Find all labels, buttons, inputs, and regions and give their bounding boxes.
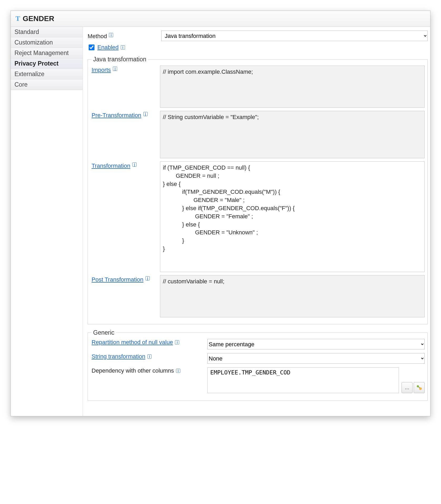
info-icon[interactable]: i	[146, 276, 150, 280]
info-icon[interactable]: i	[121, 45, 125, 50]
browse-button[interactable]: …	[402, 382, 413, 393]
string-transformation-link[interactable]: String transformation	[92, 353, 145, 360]
info-icon[interactable]: i	[176, 369, 180, 373]
dependency-label: Dependency with other columns	[92, 367, 174, 374]
string-transformation-select[interactable]: None	[207, 353, 425, 364]
sidebar: Standard Customization Reject Management…	[11, 27, 83, 416]
sidebar-item-externalize[interactable]: Externalize	[11, 69, 83, 80]
enabled-link[interactable]: Enabled	[97, 44, 119, 51]
java-transformation-group: Java transformation Imports i Pre-Transf…	[88, 56, 428, 324]
info-icon[interactable]: i	[175, 340, 179, 344]
title-bar: T GENDER	[11, 11, 430, 27]
method-label-text: Method	[88, 33, 107, 40]
post-transformation-textarea[interactable]	[160, 275, 425, 317]
sidebar-item-reject-management[interactable]: Reject Management	[11, 48, 83, 58]
post-transformation-link[interactable]: Post Transformation	[92, 276, 143, 283]
imports-textarea[interactable]	[160, 66, 425, 108]
enabled-checkbox[interactable]	[89, 45, 94, 50]
repartition-link[interactable]: Repartition method of null value	[92, 339, 173, 346]
info-icon[interactable]: i	[113, 67, 117, 71]
method-select[interactable]: Java transformation	[161, 31, 428, 41]
method-label: Method i	[88, 32, 161, 40]
page-title: GENDER	[23, 14, 54, 23]
pre-transformation-textarea[interactable]	[160, 111, 425, 158]
info-icon[interactable]: i	[132, 162, 137, 167]
transformation-link[interactable]: Transformation	[92, 162, 130, 169]
ellipsis-icon: …	[405, 385, 409, 391]
repartition-select[interactable]: Same percentage	[207, 339, 425, 349]
generic-legend: Generic	[92, 329, 116, 336]
sidebar-item-privacy-protect[interactable]: Privacy Protect	[11, 58, 83, 69]
pre-transformation-link[interactable]: Pre-Transformation	[92, 112, 141, 119]
sidebar-item-core[interactable]: Core	[11, 80, 83, 90]
text-type-icon: T	[16, 15, 20, 23]
properties-panel: T GENDER Standard Customization Reject M…	[11, 11, 430, 416]
sidebar-item-customization[interactable]: Customization	[11, 37, 83, 48]
info-icon[interactable]: i	[109, 33, 113, 37]
info-icon[interactable]: i	[147, 354, 152, 359]
generic-group: Generic Repartition method of null value…	[88, 329, 428, 401]
content-area: Method i Java transformation Enabled i J…	[83, 27, 430, 416]
imports-link[interactable]: Imports	[92, 67, 111, 73]
dependency-textarea[interactable]	[207, 367, 399, 393]
mapping-icon	[416, 385, 422, 391]
info-icon[interactable]: i	[143, 112, 148, 116]
mapping-button[interactable]	[414, 382, 425, 393]
java-transformation-legend: Java transformation	[92, 56, 148, 63]
transformation-textarea[interactable]	[160, 161, 425, 272]
sidebar-item-standard[interactable]: Standard	[11, 27, 83, 37]
